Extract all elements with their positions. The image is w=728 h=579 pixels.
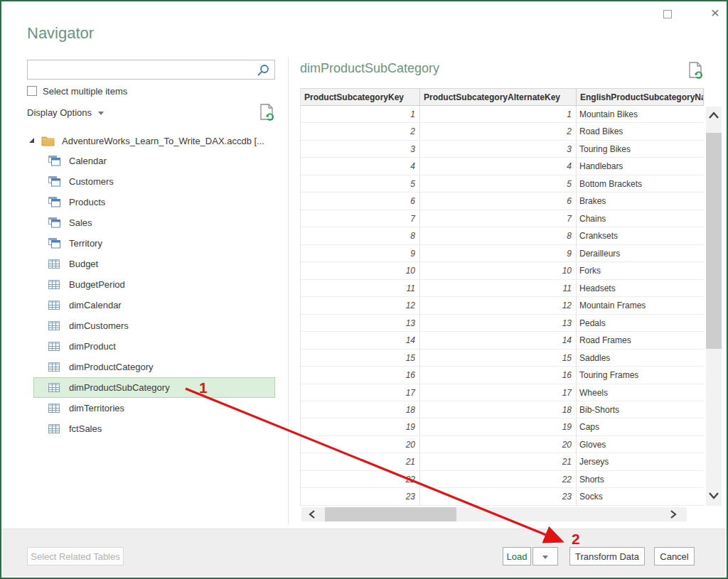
cell-alternate-key: 21 — [420, 453, 577, 470]
table-icon — [48, 341, 60, 352]
select-multiple-checkbox[interactable] — [27, 86, 37, 96]
load-dropdown-button[interactable] — [532, 547, 558, 566]
table-row: 88Cranksets — [301, 227, 704, 244]
cell-subcategory-name: Mountain Bikes — [577, 106, 704, 122]
tree-item-dimTerritories[interactable]: dimTerritories — [33, 398, 275, 418]
tree-item-Customers[interactable]: Customers — [33, 171, 275, 192]
tree-item-dimProduct[interactable]: dimProduct — [33, 336, 275, 357]
tree-item-dimCustomers[interactable]: dimCustomers — [33, 315, 275, 336]
load-button[interactable]: Load — [503, 547, 531, 566]
cell-alternate-key: 20 — [420, 436, 577, 453]
cell-subcategory-name: Derailleurs — [577, 245, 704, 261]
table-row: 22Road Bikes — [301, 123, 704, 140]
tree-item-label: Territory — [69, 238, 102, 249]
folder-icon — [41, 136, 55, 146]
tree-item-label: dimTerritories — [69, 403, 124, 413]
tree-item-Territory[interactable]: Territory — [33, 233, 275, 254]
tree-item-label: dimProductSubCategory — [69, 382, 170, 393]
view-icon — [48, 156, 60, 166]
tree-item-dimProductCategory[interactable]: dimProductCategory — [33, 357, 275, 377]
tree-item-Sales[interactable]: Sales — [33, 212, 275, 233]
horizontal-scroll-thumb[interactable] — [325, 507, 456, 521]
horizontal-scrollbar[interactable] — [301, 507, 687, 521]
table-row: 1212Mountain Frames — [301, 297, 704, 314]
display-options[interactable]: Display Options — [27, 107, 104, 118]
tree-item-dimCalendar[interactable]: dimCalendar — [33, 295, 275, 315]
cell-subcategory-name: Saddles — [577, 350, 704, 366]
close-button[interactable]: × — [704, 3, 727, 23]
cancel-button[interactable]: Cancel — [654, 547, 695, 566]
scroll-left-icon[interactable] — [307, 509, 318, 520]
tree-item-Products[interactable]: Products — [33, 192, 275, 212]
tree-item-label: fctSales — [69, 423, 102, 434]
scroll-down-icon[interactable] — [706, 489, 722, 501]
cell-subcategory-name: Socks — [577, 488, 704, 504]
cell-subcategory-key: 15 — [301, 350, 420, 366]
scroll-right-icon[interactable] — [667, 509, 678, 520]
tree-item-Calendar[interactable]: Calendar — [33, 151, 275, 171]
preview-refresh-icon[interactable] — [687, 61, 704, 80]
vertical-scroll-thumb[interactable] — [706, 133, 722, 349]
cell-subcategory-key: 8 — [301, 227, 420, 244]
cell-alternate-key: 8 — [420, 227, 577, 244]
cell-subcategory-name: Road Bikes — [577, 123, 704, 139]
cell-subcategory-name: Touring Bikes — [577, 141, 704, 157]
cell-subcategory-key: 19 — [301, 418, 420, 435]
tree-item-label: dimProductCategory — [69, 362, 154, 372]
tree-item-label: Calendar — [69, 156, 107, 166]
cell-subcategory-name: Bottom Brackets — [577, 175, 704, 192]
select-multiple-row: Select multiple items — [27, 85, 127, 97]
tree-root-label: AdventureWorks_Learn_To_Write_DAX.accdb … — [62, 136, 275, 146]
cell-alternate-key: 12 — [420, 297, 577, 313]
cell-subcategory-name: Touring Frames — [577, 367, 704, 383]
cell-subcategory-name: Headsets — [577, 280, 704, 296]
maximize-button[interactable] — [657, 6, 678, 23]
cell-subcategory-name: Pedals — [577, 315, 704, 331]
cell-alternate-key: 6 — [420, 193, 577, 209]
cell-subcategory-name: Caps — [577, 418, 704, 435]
search-input[interactable] — [32, 60, 252, 79]
tree-root-database[interactable]: AdventureWorks_Learn_To_Write_DAX.accdb … — [28, 131, 284, 151]
cell-subcategory-name: Mountain Frames — [577, 297, 704, 313]
view-icon — [48, 176, 60, 187]
preview-table: ProductSubcategoryKeyProductSubcategoryA… — [300, 88, 704, 506]
transform-data-button[interactable]: Transform Data — [569, 547, 645, 566]
table-row: 77Chains — [301, 210, 704, 227]
cell-subcategory-key: 5 — [301, 175, 420, 192]
tree-item-Budget[interactable]: Budget — [33, 254, 275, 274]
cell-subcategory-key: 7 — [301, 210, 420, 227]
cell-alternate-key: 4 — [420, 158, 577, 174]
preview-title: dimProductSubCategory — [300, 61, 439, 76]
cell-subcategory-name: Jerseys — [577, 453, 704, 470]
cell-subcategory-key: 1 — [301, 106, 420, 122]
table-row: 1111Headsets — [301, 280, 704, 297]
cell-subcategory-name: Wheels — [577, 384, 704, 401]
search-icon[interactable] — [256, 63, 270, 77]
cell-subcategory-name: Brakes — [577, 193, 704, 209]
cell-subcategory-key: 21 — [301, 453, 420, 470]
cell-subcategory-name: Bib-Shorts — [577, 401, 704, 418]
table-row: 66Brakes — [301, 193, 704, 210]
tree-item-BudgetPeriod[interactable]: BudgetPeriod — [33, 274, 275, 295]
cell-subcategory-key: 2 — [301, 123, 420, 139]
cell-alternate-key: 10 — [420, 262, 577, 278]
tree-items: CalendarCustomersProductsSalesTerritoryB… — [33, 151, 275, 439]
tree-item-label: dimCalendar — [69, 300, 122, 310]
expander-icon[interactable] — [28, 137, 36, 144]
tree-item-fctSales[interactable]: fctSales — [33, 418, 275, 439]
cell-subcategory-key: 6 — [301, 193, 420, 209]
cell-subcategory-name: Forks — [577, 262, 704, 278]
tree-item-dimProductSubCategory[interactable]: dimProductSubCategory — [33, 377, 275, 398]
select-related-tables-button[interactable]: Select Related Tables — [27, 547, 124, 566]
cell-subcategory-name: Road Frames — [577, 332, 704, 348]
cell-subcategory-key: 9 — [301, 245, 420, 261]
vertical-scrollbar[interactable] — [706, 107, 722, 506]
table-header-row: ProductSubcategoryKeyProductSubcategoryA… — [301, 88, 704, 106]
column-header: ProductSubcategoryAlternateKey — [420, 89, 577, 105]
cell-subcategory-key: 12 — [301, 297, 420, 313]
table-row: 2323Socks — [301, 488, 704, 505]
refresh-icon[interactable] — [258, 103, 275, 122]
tree-item-label: dimCustomers — [69, 320, 129, 331]
cell-alternate-key: 14 — [420, 332, 577, 348]
scroll-up-icon[interactable] — [706, 110, 722, 121]
